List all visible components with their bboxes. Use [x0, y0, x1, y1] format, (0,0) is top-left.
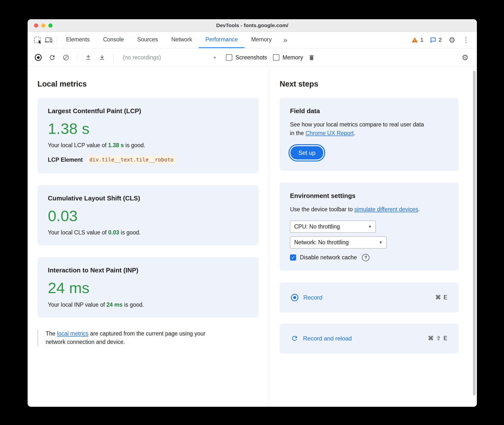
- inp-title: Interaction to Next Paint (INP): [48, 266, 248, 274]
- simulate-devices-link[interactable]: simulate different devices: [354, 206, 418, 212]
- recordings-dropdown[interactable]: (no recordings) ▼: [119, 54, 220, 61]
- disable-cache-row: ✓ Disable network cache ?: [290, 254, 448, 261]
- minimize-window-button[interactable]: [41, 23, 45, 28]
- lcp-value: 1.38 s: [48, 120, 248, 137]
- memory-checkbox-row[interactable]: Memory: [273, 54, 303, 61]
- more-tabs-icon[interactable]: »: [278, 36, 292, 44]
- load-profile-button[interactable]: [83, 52, 93, 63]
- local-metrics-link[interactable]: local metrics: [57, 330, 89, 337]
- warnings-badge[interactable]: 1: [409, 36, 426, 43]
- lcp-description: Your local LCP value of 1.38 s is good.: [48, 142, 248, 149]
- capture-settings-icon[interactable]: ⚙: [459, 54, 471, 61]
- environment-settings-card: Environment settings Use the device tool…: [280, 183, 459, 271]
- next-steps-heading: Next steps: [280, 80, 459, 89]
- record-button[interactable]: [33, 52, 43, 63]
- warning-icon: [411, 36, 418, 43]
- collect-garbage-button[interactable]: [306, 52, 317, 63]
- lcp-element-label: LCP Element: [48, 157, 83, 163]
- inp-description: Your local INP value of 24 ms is good.: [48, 301, 248, 308]
- lcp-element-selector-link[interactable]: div.tile__text.tile__roboto: [87, 156, 176, 164]
- field-data-card: Field data See how your local metrics co…: [280, 98, 459, 171]
- screenshots-checkbox-row[interactable]: Screenshots: [226, 54, 267, 61]
- inp-card: Interaction to Next Paint (INP) 24 ms Yo…: [37, 257, 259, 317]
- warning-count: 1: [420, 37, 423, 43]
- record-icon: [291, 294, 298, 301]
- clear-button[interactable]: [61, 52, 71, 63]
- disable-cache-checkbox[interactable]: ✓: [290, 254, 296, 261]
- tab-console[interactable]: Console: [96, 32, 130, 48]
- scrollbar-thumb[interactable]: [473, 71, 476, 395]
- inp-desc-value: 24 ms: [107, 301, 123, 308]
- field-data-description: See how your local metrics compare to re…: [290, 120, 424, 137]
- save-profile-button[interactable]: [97, 52, 107, 63]
- help-icon[interactable]: ?: [362, 254, 369, 261]
- lcp-element-row: LCP Element div.tile__text.tile__roboto: [48, 156, 248, 164]
- tab-network[interactable]: Network: [165, 32, 199, 48]
- vertical-scrollbar: [472, 69, 476, 404]
- devtools-settings-icon[interactable]: ⚙: [446, 36, 458, 44]
- environment-desc-prefix: Use the device toolbar to: [290, 206, 354, 212]
- check-icon: ✓: [291, 255, 295, 260]
- memory-label: Memory: [283, 54, 303, 61]
- issues-badge[interactable]: 2: [427, 37, 444, 43]
- cls-value: 0.03: [48, 208, 248, 224]
- memory-checkbox[interactable]: [273, 54, 279, 61]
- record-and-reload-button[interactable]: [47, 52, 57, 63]
- record-action-card[interactable]: Record ⌘ E: [280, 283, 459, 313]
- clear-block-icon: [63, 54, 69, 61]
- screenshots-label: Screenshots: [235, 54, 267, 61]
- cls-desc-value: 0.03: [108, 229, 119, 236]
- inp-desc-prefix: Your local INP value of: [48, 301, 107, 308]
- chrome-ux-report-link[interactable]: Chrome UX Report: [306, 130, 354, 136]
- window-controls: [34, 19, 53, 32]
- disable-cache-label: Disable network cache: [300, 254, 357, 261]
- tab-elements[interactable]: Elements: [59, 32, 96, 48]
- lcp-desc-value: 1.38 s: [108, 142, 124, 148]
- lcp-title: Largest Contentful Paint (LCP): [48, 107, 248, 115]
- environment-description: Use the device toolbar to simulate diffe…: [290, 205, 424, 214]
- chevron-down-icon: ▼: [379, 240, 382, 244]
- performance-panel-content: Local metrics Largest Contentful Paint (…: [28, 67, 477, 407]
- chevron-down-icon: ▼: [213, 55, 216, 60]
- reload-icon: [49, 54, 56, 61]
- field-data-title: Field data: [290, 107, 448, 115]
- trash-icon: [308, 54, 315, 61]
- cls-desc-prefix: Your local CLS value of: [48, 229, 108, 236]
- lcp-card: Largest Contentful Paint (LCP) 1.38 s Yo…: [37, 98, 259, 173]
- lcp-desc-prefix: Your local LCP value of: [48, 142, 108, 148]
- cpu-throttling-select[interactable]: CPU: No throttling ▼: [290, 221, 376, 233]
- cpu-throttling-value: CPU: No throttling: [294, 223, 340, 230]
- more-options-icon[interactable]: ⋮: [460, 36, 472, 44]
- toolbar-separator: [77, 53, 77, 62]
- chevron-down-icon: ▼: [368, 225, 372, 229]
- devtools-tabbar: Elements Console Sources Network Perform…: [28, 32, 477, 48]
- tab-sources[interactable]: Sources: [130, 32, 164, 48]
- close-window-button[interactable]: [34, 23, 38, 28]
- tab-memory[interactable]: Memory: [245, 32, 278, 48]
- record-action-label[interactable]: Record: [303, 294, 322, 301]
- footnote-prefix: The: [46, 330, 57, 337]
- local-metrics-heading: Local metrics: [37, 80, 259, 89]
- tab-performance[interactable]: Performance: [199, 32, 245, 48]
- record-and-reload-action-card[interactable]: Record and reload ⌘ ⇧ E: [280, 323, 459, 354]
- local-metrics-column: Local metrics Largest Contentful Paint (…: [28, 67, 269, 407]
- device-toolbar-icon[interactable]: [43, 34, 54, 46]
- tabbar-right-controls: 1 2 ⚙ ⋮: [409, 32, 477, 48]
- download-icon: [99, 54, 106, 61]
- inspect-element-icon[interactable]: [32, 34, 43, 46]
- titlebar: DevTools - fonts.google.com/: [28, 19, 477, 32]
- screenshots-checkbox[interactable]: [226, 54, 232, 61]
- zoom-window-button[interactable]: [48, 23, 53, 28]
- setup-button-focus-ring: Set up: [288, 144, 325, 161]
- record-and-reload-label[interactable]: Record and reload: [303, 335, 352, 342]
- network-throttling-select[interactable]: Network: No throttling ▼: [290, 236, 387, 248]
- issues-count: 2: [439, 37, 442, 43]
- window-title: DevTools - fonts.google.com/: [216, 22, 288, 28]
- lcp-desc-suffix: is good.: [124, 142, 145, 148]
- environment-desc-suffix: .: [418, 206, 420, 212]
- inp-value: 24 ms: [48, 280, 248, 296]
- cls-description: Your local CLS value of 0.03 is good.: [48, 229, 248, 236]
- devtools-window: DevTools - fonts.google.com/ Elements Co…: [28, 19, 477, 407]
- next-steps-column: Next steps Field data See how your local…: [269, 67, 477, 407]
- setup-button[interactable]: Set up: [290, 146, 323, 159]
